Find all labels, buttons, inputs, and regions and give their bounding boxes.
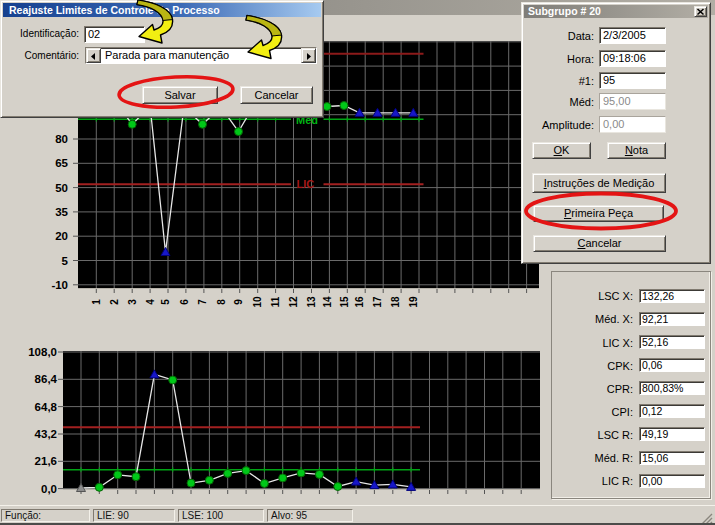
- svg-text:8: 8: [216, 299, 227, 305]
- svg-text:-10: -10: [51, 279, 68, 291]
- svg-text:43,2: 43,2: [35, 428, 57, 440]
- svg-text:5: 5: [62, 255, 69, 267]
- svg-text:10: 10: [252, 296, 263, 308]
- svg-text:2: 2: [109, 299, 120, 305]
- svg-text:108,0: 108,0: [28, 346, 57, 358]
- svg-text:15: 15: [339, 296, 350, 308]
- svg-text:19: 19: [408, 296, 419, 308]
- svg-text:86,4: 86,4: [35, 373, 58, 385]
- svg-text:20: 20: [55, 230, 68, 242]
- svg-text:1: 1: [91, 299, 102, 305]
- svg-text:16: 16: [354, 296, 365, 308]
- svg-text:65: 65: [55, 157, 68, 169]
- svg-text:4: 4: [145, 299, 156, 305]
- svg-text:13: 13: [306, 296, 317, 308]
- svg-text:LIC: LIC: [297, 178, 315, 190]
- svg-text:6: 6: [179, 299, 190, 305]
- svg-text:17: 17: [372, 296, 383, 308]
- svg-text:18: 18: [390, 296, 401, 308]
- svg-text:11: 11: [270, 296, 281, 307]
- svg-text:35: 35: [55, 206, 68, 218]
- svg-text:3: 3: [127, 299, 138, 305]
- svg-text:5: 5: [160, 299, 171, 305]
- svg-text:64,8: 64,8: [35, 401, 58, 413]
- svg-text:7: 7: [197, 299, 208, 305]
- svg-text:12: 12: [288, 296, 299, 308]
- svg-text:14: 14: [322, 296, 333, 308]
- svg-text:9: 9: [233, 299, 244, 305]
- svg-text:80: 80: [55, 133, 68, 145]
- svg-text:0,0: 0,0: [41, 483, 57, 495]
- svg-text:50: 50: [55, 182, 68, 194]
- svg-text:21,6: 21,6: [35, 455, 57, 467]
